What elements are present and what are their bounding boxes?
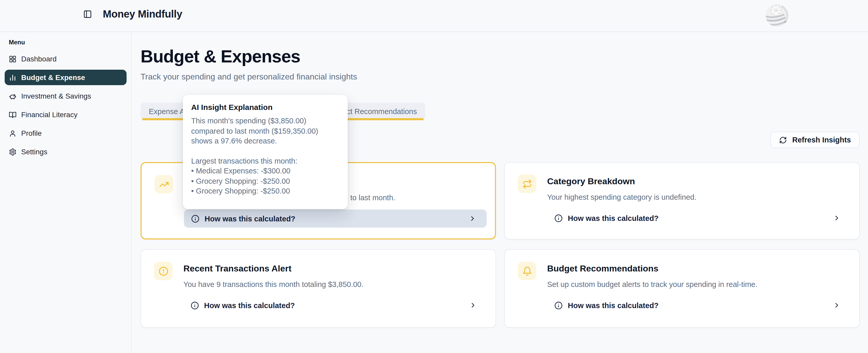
sidebar-item-settings[interactable]: Settings xyxy=(5,144,127,160)
chevron-right-icon xyxy=(833,302,841,309)
gear-icon xyxy=(9,148,17,155)
sidebar-menu-label: Menu xyxy=(9,39,131,46)
sidebar-item-budget-expense[interactable]: Budget & Expense xyxy=(5,70,127,85)
how-calculated-label: How was this calculated? xyxy=(205,214,295,223)
popover-bullet: • Grocery Shopping: -$250.00 xyxy=(191,176,339,186)
sidebar-item-profile[interactable]: Profile xyxy=(5,126,127,141)
sidebar: Menu Dashboard Budget & Expense xyxy=(0,32,132,353)
refresh-insights-label: Refresh Insights xyxy=(792,136,851,144)
page-subtitle: Track your spending and get personalized… xyxy=(141,71,860,82)
chevron-right-icon xyxy=(469,302,477,309)
dashboard-grid-icon xyxy=(9,55,17,63)
chevron-right-icon xyxy=(833,214,841,222)
card-description: Set up custom budget alerts to track you… xyxy=(547,280,757,289)
card-description: Your highest spending category is undefi… xyxy=(547,192,696,202)
info-icon xyxy=(554,301,563,309)
card-category-breakdown: Category Breakdown Your highest spending… xyxy=(504,162,860,240)
user-icon xyxy=(9,129,17,137)
bell-icon xyxy=(518,262,536,280)
sidebar-item-label: Financial Literacy xyxy=(21,110,78,119)
popover-bullet: • Grocery Shopping: -$250.00 xyxy=(191,186,339,197)
how-calculated-label: How was this calculated? xyxy=(568,301,658,309)
piggy-bank-icon xyxy=(9,92,17,100)
sidebar-item-label: Dashboard xyxy=(21,55,57,63)
trending-up-icon xyxy=(154,175,173,193)
book-open-icon xyxy=(9,111,17,118)
sidebar-item-label: Profile xyxy=(21,129,41,137)
page-title: Budget & Expenses xyxy=(141,46,860,67)
card-title: Recent Transactions Alert xyxy=(183,263,291,274)
how-calculated-button[interactable]: How was this calculated? xyxy=(184,210,487,227)
how-calculated-button[interactable]: How was this calculated? xyxy=(547,296,851,314)
sidebar-toggle-button[interactable] xyxy=(80,7,95,21)
alert-circle-icon xyxy=(154,262,173,280)
card-description: You have 9 transactions this month total… xyxy=(183,280,364,289)
how-calculated-button[interactable]: How was this calculated? xyxy=(547,209,851,227)
app-root: Money Mindfully Menu xyxy=(0,0,868,353)
chevron-right-icon xyxy=(469,215,476,222)
how-calculated-label: How was this calculated? xyxy=(204,301,295,309)
how-calculated-button[interactable]: How was this calculated? xyxy=(183,296,487,314)
refresh-insights-button[interactable]: Refresh Insights xyxy=(771,132,860,148)
how-calculated-label: How was this calculated? xyxy=(568,214,658,222)
popover-bullet: • Medical Expenses: -$300.00 xyxy=(191,166,339,176)
sidebar-item-dashboard[interactable]: Dashboard xyxy=(5,51,127,67)
bar-chart-icon xyxy=(9,74,17,81)
popover-list-heading: Largest transactions this month: xyxy=(191,156,339,166)
sidebar-item-financial-literacy[interactable]: Financial Literacy xyxy=(5,107,127,122)
app-header: Money Mindfully xyxy=(0,0,868,32)
ai-insight-popover: AI Insight Explanation This month's spen… xyxy=(183,95,348,209)
card-budget-recommendations: Budget Recommendations Set up custom bud… xyxy=(504,249,860,328)
info-icon xyxy=(191,301,199,309)
card-description-fragment: to last month. xyxy=(350,193,395,203)
panel-left-icon xyxy=(83,9,92,18)
sidebar-item-label: Budget & Expense xyxy=(21,73,85,81)
card-recent-transactions-alert: Recent Transactions Alert You have 9 tra… xyxy=(141,249,496,328)
sidebar-item-investment-savings[interactable]: Investment & Savings xyxy=(5,88,127,104)
popover-paragraph: This month's spending ($3,850.00) compar… xyxy=(191,116,339,146)
sidebar-item-label: Investment & Savings xyxy=(21,92,91,100)
info-icon xyxy=(554,214,563,222)
info-icon xyxy=(191,214,199,223)
refresh-icon xyxy=(779,136,787,144)
card-title: Budget Recommendations xyxy=(547,263,658,274)
popover-title: AI Insight Explanation xyxy=(191,103,339,111)
card-title: Category Breakdown xyxy=(547,176,635,187)
app-title: Money Mindfully xyxy=(103,8,182,20)
repeat-icon xyxy=(518,174,536,193)
sidebar-item-label: Settings xyxy=(21,148,47,156)
avatar[interactable] xyxy=(766,4,788,27)
